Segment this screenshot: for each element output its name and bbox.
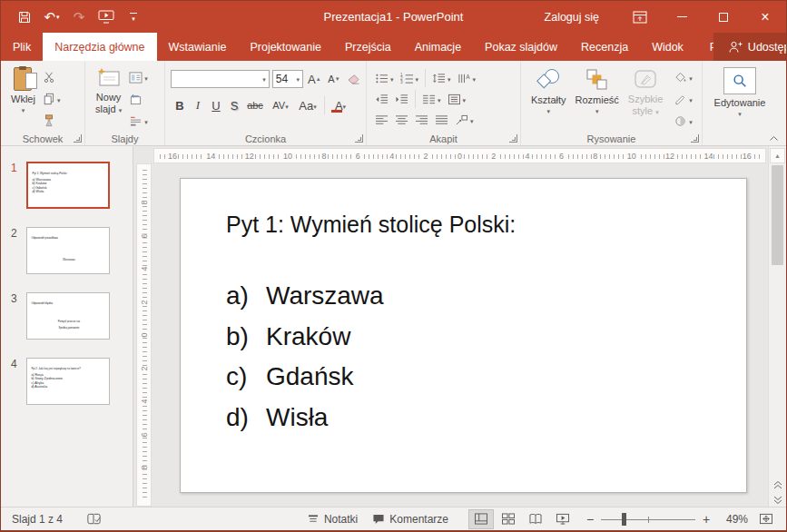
editing-button[interactable]: Edytowanie ▾ [708,64,772,120]
increase-indent-button[interactable] [392,90,411,108]
clear-formatting-button[interactable] [345,70,362,88]
slide-thumbnail-2[interactable]: Odpowiedź prawidłowa Warszawa [26,227,110,274]
zoom-slider-thumb[interactable] [622,513,626,526]
justify-button[interactable] [432,111,451,129]
scroll-up-button[interactable]: ▲ [770,148,785,163]
align-center-button[interactable] [392,111,411,129]
fit-slide-to-window-button[interactable] [753,509,779,529]
start-slideshow-button[interactable] [97,6,115,28]
section-button[interactable]: ▾ [126,112,151,130]
maximize-button[interactable] [703,1,744,33]
strikethrough-button[interactable]: abc [243,96,267,114]
font-color-button[interactable]: A▾ [328,96,353,114]
vertical-scrollbar[interactable]: ▲ [768,146,786,509]
ribbon-tab[interactable]: Wstawianie [157,33,239,61]
font-size-combobox[interactable]: 54 ▾ [272,70,303,88]
paste-button[interactable]: Wklej ▾ [6,64,40,132]
scrollbar-thumb[interactable] [772,165,783,265]
slide-answer-list[interactable]: a) Warszawa b) Kraków c) Gdańsk d) Wisła [226,276,384,438]
shape-fill-button[interactable]: ▾ [671,68,695,86]
slide-answer-item[interactable]: d) Wisła [226,398,384,438]
undo-button[interactable]: ↶ ▾ [43,6,61,28]
slide-thumbnail-3[interactable]: Odpowiedź błędna Pomyśl jeszcze razSprób… [26,292,110,340]
shapes-button[interactable]: Kształty ▾ [526,64,571,132]
align-left-button[interactable] [372,111,391,129]
slide-indicator[interactable]: Slajd 1 z 4 [8,513,63,526]
text-shadow-button[interactable]: S [225,96,243,114]
ribbon-tab[interactable]: Przejścia [333,33,403,61]
font-name-combobox[interactable]: ▾ [171,70,270,88]
slide-canvas[interactable]: Pyt 1: Wymień stolicę Polski: a) Warszaw… [180,178,747,493]
previous-slide-button[interactable] [770,478,785,491]
font-dialog-launcher[interactable] [355,134,363,143]
character-spacing-button[interactable]: AV▾ [267,96,294,114]
ribbon-tab[interactable]: Recenzja [569,33,640,61]
horizontal-ruler[interactable]: 1614121086420246810121416 [153,148,766,163]
shape-effects-button[interactable]: ▾ [671,112,695,130]
paragraph-dialog-launcher[interactable] [509,134,517,143]
spellcheck-button[interactable] [79,507,109,530]
zoom-in-button[interactable]: + [701,512,712,527]
tab-plik[interactable]: Plik [1,33,43,61]
shape-outline-button[interactable]: ▾ [671,90,695,108]
italic-button[interactable]: I [189,96,207,114]
copy-button[interactable]: ▾ [40,90,64,108]
slide-answer-item[interactable]: b) Kraków [226,317,384,358]
reading-view-button[interactable] [523,509,548,529]
cut-button[interactable] [40,68,64,86]
normal-view-button[interactable] [468,509,494,529]
columns-button[interactable]: ▾ [419,90,444,108]
change-case-button[interactable]: Aa▾ [294,96,321,114]
bold-button[interactable]: B [171,96,189,114]
collapse-ribbon-button[interactable] [769,135,779,142]
slide-thumbnail-1[interactable]: Pyt 1: Wymień stolicę Polski: a) Warszaw… [26,162,110,209]
minimize-button[interactable] [661,1,703,33]
decrease-font-size-button[interactable]: A▼ [326,70,343,88]
next-slide-button[interactable] [770,493,785,507]
drawing-dialog-launcher[interactable] [691,134,699,143]
comments-button[interactable]: Komentarze [365,507,456,530]
ribbon-tab[interactable]: Projektowanie [238,33,333,61]
ribbon-tab[interactable]: Animacje [403,33,473,61]
share-button[interactable]: Udostępnij [713,33,787,61]
zoom-level[interactable]: 49% [717,513,748,526]
quick-styles-button[interactable]: Szybkiestyle ▾ [624,64,668,132]
increase-font-size-button[interactable]: A▲ [306,70,323,88]
align-text-button[interactable]: ▾ [445,90,469,108]
redo-button[interactable]: ↷ [70,6,88,28]
ribbon-tab[interactable]: Pokaz slajdów [473,33,569,61]
zoom-slider[interactable] [601,513,695,526]
slide-title[interactable]: Pyt 1: Wymień stolicę Polski: [226,212,516,238]
numbering-button[interactable]: 123 ▾ [398,69,422,87]
convert-to-smartart-button[interactable]: ▾ [452,111,477,129]
slide-thumbnail-4[interactable]: Pyt 2: Jaki kraj jest największy na świe… [26,358,110,405]
close-button[interactable]: × [744,1,786,33]
arrange-button[interactable]: Rozmieść ▾ [571,64,624,132]
slide-sorter-view-button[interactable] [496,509,521,529]
slide-layout-button[interactable]: ▾ [126,68,151,86]
new-slide-button[interactable]: Nowyslajd ▾ [91,64,126,132]
ribbon-tab[interactable]: Narzędzia główne [43,33,156,61]
line-spacing-button[interactable]: ▾ [429,69,454,87]
vertical-ruler[interactable]: 864202468 [136,163,152,507]
sign-in-button[interactable]: Zaloguj się [525,11,619,24]
reset-slide-button[interactable] [126,90,151,108]
customize-qat-button[interactable]: ▾ [124,6,143,28]
slide-answer-item[interactable]: a) Warszawa [226,276,384,317]
save-button[interactable] [15,6,34,28]
underline-button[interactable]: U [207,96,225,114]
align-right-button[interactable] [412,111,431,129]
text-direction-button[interactable]: A ▾ [455,69,479,87]
clipboard-dialog-launcher[interactable] [74,134,82,143]
decrease-indent-button[interactable] [372,90,391,108]
tell-me-button[interactable]: Powiedz i [695,33,713,61]
format-painter-button[interactable] [40,112,64,130]
ribbon-display-options-button[interactable] [619,1,661,33]
ribbon-tab[interactable]: Widok [640,33,695,61]
zoom-out-button[interactable]: − [585,512,595,527]
slideshow-view-button[interactable] [550,509,575,529]
ribbon-group-slides: Nowyslajd ▾ ▾ ▾ Slajdy [85,61,165,145]
bullets-button[interactable]: ▾ [372,69,397,87]
notes-button[interactable]: Notatki [300,507,365,530]
slide-answer-item[interactable]: c) Gdańsk [226,357,384,398]
